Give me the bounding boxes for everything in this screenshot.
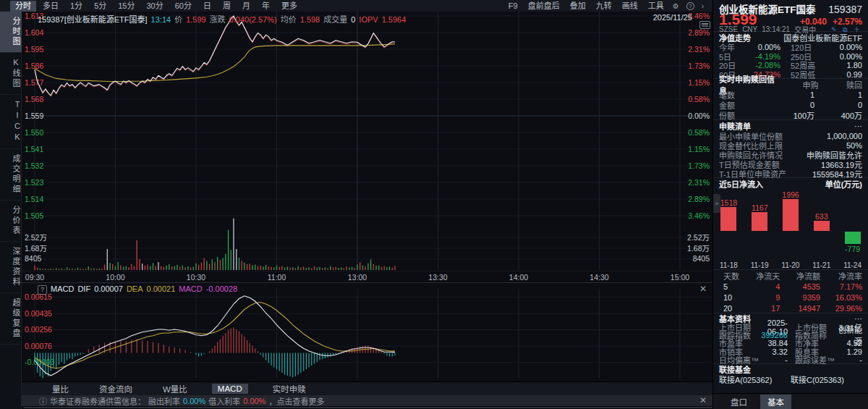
tool-F9[interactable]: F9 — [504, 1, 522, 12]
timeframe-tab-年[interactable]: 年 — [257, 1, 275, 12]
indicator-tab-MACD[interactable]: MACD — [212, 384, 248, 394]
basic-info-section: 基本资料··· 上市日期2025-06-10上市份额3.31亿 跟踪指数3992… — [713, 313, 868, 363]
value: 1.29 — [835, 347, 862, 356]
svg-text:1.568: 1.568 — [25, 95, 43, 104]
chevron-right-icon[interactable]: › — [699, 2, 707, 10]
svg-text:1.15%: 1.15% — [688, 78, 710, 87]
sidebar-item-分时图[interactable]: 分时图 — [0, 12, 22, 53]
sidebar-item-成交明细[interactable]: 成交明细 — [0, 149, 22, 201]
indicator-tab-资金流向[interactable]: 资金流向 — [93, 382, 138, 395]
horizontal-scrollbar[interactable] — [22, 406, 712, 409]
tool-叠加[interactable]: 叠加 — [566, 1, 590, 12]
timeframe-tab-月[interactable]: 月 — [237, 1, 255, 12]
notice-bar[interactable]: ⓘ 华泰证券融券通供需信息： 融出利率 0.00% 借入利率 0.00% ，点击… — [22, 395, 712, 406]
close-icon[interactable]: ✕ — [699, 284, 707, 294]
keyboard-icon[interactable] — [699, 21, 710, 29]
more-icon[interactable]: ··· — [854, 122, 862, 130]
svg-text:1.559: 1.559 — [25, 111, 43, 120]
svg-text:2.31%: 2.31% — [688, 45, 710, 54]
cell: 20 — [719, 304, 746, 313]
price-line — [35, 16, 395, 96]
bar — [783, 199, 799, 231]
svg-text:3.46%: 3.46% — [688, 211, 710, 220]
svg-text:1.586: 1.586 — [25, 62, 43, 70]
timeframe-tab-多日[interactable]: 多日 — [38, 1, 64, 12]
col-subscribe: 申购 — [778, 79, 819, 90]
realtime-row: 份额100万400万 — [713, 110, 868, 120]
info-icon: ⓘ — [39, 395, 47, 407]
svg-text:1.15%: 1.15% — [688, 145, 710, 153]
bar — [720, 207, 736, 231]
gear-icon[interactable]: ⚙ — [670, 2, 682, 10]
borrow-rate-value: 0.00% — [243, 397, 265, 405]
macd-value: -0.00028 — [206, 284, 237, 293]
time-axis-label: 11:00 — [268, 273, 286, 282]
tab-pankou[interactable]: 盘口 — [723, 395, 754, 409]
timeframe-tab-周[interactable]: 周 — [218, 1, 236, 12]
toolbar-tools: F9盘前盘后叠加九转画线工具 ⚙ ? › — [504, 1, 707, 12]
value: 0.00% — [825, 43, 862, 51]
sidebar-item-TICK[interactable]: TICK — [0, 95, 22, 149]
col-header: 净流天 — [746, 270, 780, 282]
svg-text:2.52万: 2.52万 — [25, 233, 47, 242]
timeframe-tab-更多[interactable]: 更多 — [276, 1, 302, 12]
quote-panel: » 创业板新能源ETF国泰 159387 1.599 +0.040+2.57% … — [712, 0, 868, 409]
intraday-chart-svg[interactable]: 1.6131.6041.5951.5861.5771.5681.5591.550… — [22, 12, 712, 271]
realtime-row: 金额00 — [713, 100, 868, 110]
chart-symbol-label: 159387[创业板新能源ETF国泰] — [38, 15, 148, 24]
iopv-line — [35, 17, 395, 97]
help-icon[interactable]: ? — [684, 1, 697, 10]
svg-text:1.595: 1.595 — [25, 45, 43, 54]
borrow-rate-label: 借入利率 — [208, 395, 240, 407]
linked-fund-c[interactable]: 联接C(025363) — [791, 374, 844, 385]
netflow-value: -779 — [837, 245, 868, 253]
svg-text:0.00076: 0.00076 — [25, 342, 52, 350]
tool-画线[interactable]: 画线 — [618, 1, 642, 12]
view-sidebar: 分时图K线图TICK成交明细分价表深度资料超级复盘 — [0, 12, 22, 409]
dif-label: DIF — [77, 284, 90, 293]
indicator-tab-W量比[interactable]: W量比 — [157, 382, 193, 395]
intraday-chart[interactable]: 1.6131.6041.5951.5861.5771.5681.5591.550… — [22, 12, 712, 271]
svg-text:1.523: 1.523 — [25, 178, 43, 187]
indicator-tab-量比[interactable]: 量比 — [46, 382, 75, 395]
cell: 9 — [746, 293, 780, 302]
indicator-tab-实时申赎[interactable]: 实时申赎 — [267, 382, 312, 395]
tool-盘前盘后[interactable]: 盘前盘后 — [524, 1, 564, 12]
sidebar-item-深度资料[interactable]: 深度资料 — [0, 242, 22, 293]
value: 0.00% — [825, 52, 862, 61]
quote-panel-tabs: 盘口 基本 — [713, 393, 868, 409]
panel-collapse-handle[interactable]: » — [713, 194, 720, 213]
netflow-bar-11-24: -77911-24 — [837, 189, 868, 270]
macd-panel[interactable]: 0.006150.004350.002560.00076-0.00103 ?MA… — [22, 282, 712, 381]
timeframe-tab-分时[interactable]: 分时 — [10, 1, 36, 12]
timeframe-tab-5分[interactable]: 5分 — [89, 1, 111, 12]
timeframe-tab-日[interactable]: 日 — [198, 1, 216, 12]
svg-text:2.89%: 2.89% — [688, 28, 710, 37]
avg-label: 均价 — [281, 15, 297, 24]
sidebar-item-超级复盘[interactable]: 超级复盘 — [0, 293, 22, 345]
sidebar-item-K线图[interactable]: K线图 — [0, 53, 22, 95]
timeframe-tab-15分[interactable]: 15分 — [113, 1, 140, 12]
timeframe-tab-1分[interactable]: 1分 — [65, 1, 88, 12]
value: 0 — [770, 101, 814, 109]
value: 1.80 — [825, 61, 862, 69]
col-header: 天数 — [719, 270, 746, 282]
indicator-help-icon[interactable]: ? — [38, 285, 47, 295]
value: 1 — [814, 90, 862, 99]
tool-九转[interactable]: 九转 — [592, 1, 616, 12]
svg-text:1.514: 1.514 — [25, 195, 43, 203]
timeframe-tab-60分[interactable]: 60分 — [170, 1, 197, 12]
cell: 5 — [719, 282, 746, 291]
close-icon[interactable]: ✕ — [699, 395, 707, 405]
tab-basic[interactable]: 基本 — [760, 395, 791, 409]
cell: 16.03% — [820, 293, 862, 302]
linked-fund-a[interactable]: 联接A(025362) — [719, 374, 791, 385]
timeframe-tab-30分[interactable]: 30分 — [142, 1, 169, 12]
index-code-link[interactable]: 399266 — [761, 331, 788, 340]
macd-chart-svg[interactable]: 0.006150.004350.002560.00076-0.00103 — [22, 283, 712, 382]
volume-label: 成交量 — [323, 15, 347, 24]
tool-工具[interactable]: 工具 — [644, 1, 668, 12]
notice-more-link[interactable]: ，点击查看更多 — [268, 395, 324, 407]
cell: 10 — [719, 293, 746, 302]
sidebar-item-分价表[interactable]: 分价表 — [0, 201, 22, 242]
